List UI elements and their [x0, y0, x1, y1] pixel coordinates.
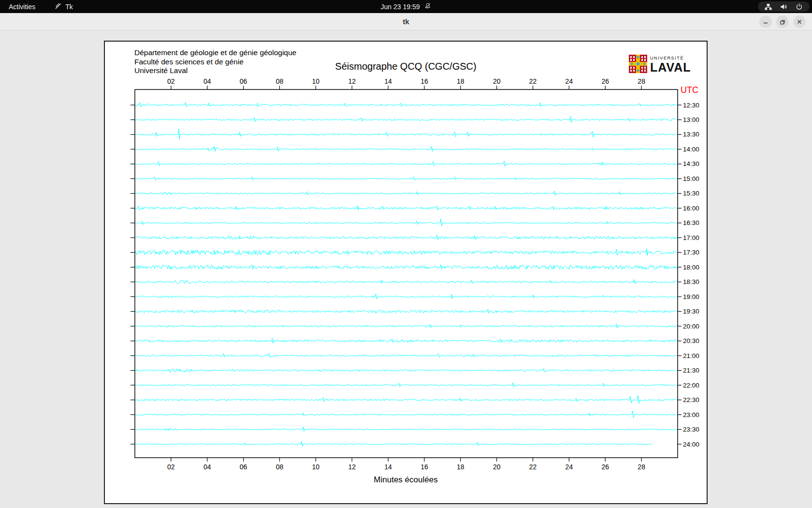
gnome-topbar: Activities Tk Jun 23 19:59 [0, 0, 812, 13]
window-title: tk [0, 13, 812, 30]
trace-row [135, 441, 652, 447]
laval-shield-icon [629, 55, 647, 75]
power-icon [796, 3, 803, 10]
x-tick-label-top: 08 [276, 77, 284, 85]
x-tick-label-top: 10 [312, 77, 320, 85]
time-label: 17:00 [683, 234, 699, 241]
window-content: 0202040406060808101012121414161618182020… [0, 30, 812, 508]
volume-icon [780, 3, 787, 10]
x-tick-label-top: 12 [348, 77, 356, 85]
time-label: 13:30 [683, 131, 699, 138]
x-tick-label-bottom: 10 [312, 463, 320, 471]
time-label: 17:30 [683, 249, 699, 256]
tk-app-icon [55, 2, 62, 11]
x-tick-label-top: 06 [240, 77, 247, 85]
trace-row [135, 383, 677, 387]
time-label: 22:30 [683, 396, 699, 403]
x-tick-label-bottom: 26 [601, 463, 609, 471]
time-label: 18:30 [683, 278, 699, 285]
x-tick-label-top: 22 [529, 77, 537, 85]
activities-button[interactable]: Activities [0, 0, 44, 13]
x-tick-label-top: 14 [384, 77, 392, 85]
trace-row [135, 427, 677, 432]
time-label: 20:30 [683, 337, 699, 344]
universite-laval-logo: UNIVERSITÉ LAVAL [629, 55, 691, 75]
x-tick-label-bottom: 22 [529, 463, 537, 471]
time-label: 15:00 [683, 175, 699, 182]
trace-row [135, 161, 677, 166]
logo-wordmark-universite: UNIVERSITÉ [650, 56, 691, 60]
notifications-muted-icon [424, 2, 431, 11]
trace-row [135, 235, 677, 240]
trace-row [135, 324, 677, 328]
time-label: 22:00 [683, 382, 699, 389]
x-tick-label-bottom: 04 [203, 463, 211, 471]
desktop: Activities Tk Jun 23 19:59 [0, 0, 812, 508]
x-tick-label-top: 20 [493, 77, 501, 85]
time-label: 21:30 [683, 367, 699, 374]
x-tick-label-bottom: 02 [167, 463, 175, 471]
x-tick-label-top: 16 [420, 77, 428, 85]
x-tick-label-bottom: 14 [384, 463, 392, 471]
trace-row [135, 338, 677, 344]
x-tick-label-top: 24 [566, 77, 573, 85]
trace-row [135, 219, 677, 226]
trace-row [135, 146, 677, 151]
x-tick-label-top: 04 [203, 77, 211, 85]
x-axis-title: Minutes écoulées [134, 475, 678, 485]
focused-app-indicator[interactable]: Tk [55, 0, 73, 13]
time-label: 23:30 [683, 426, 699, 433]
trace-row [135, 206, 677, 210]
time-label: 12:30 [683, 102, 699, 109]
trace-row [135, 280, 677, 284]
trace-row [135, 103, 677, 107]
trace-row [135, 249, 677, 255]
focused-app-label: Tk [65, 3, 73, 11]
time-label: 21:00 [683, 352, 699, 359]
trace-row [135, 353, 677, 358]
plot-frame [135, 90, 678, 458]
x-tick-label-bottom: 20 [493, 463, 501, 471]
time-label: 19:00 [683, 293, 699, 300]
clock-label: Jun 23 19:59 [381, 3, 420, 11]
plot-title: Séismographe QCQ (CGC/GSC) [134, 61, 678, 72]
trace-row [135, 369, 677, 373]
utc-axis-label: UTC [681, 85, 698, 95]
clock-menu[interactable]: Jun 23 19:59 [381, 0, 432, 13]
trace-row [135, 309, 677, 314]
trace-row [135, 411, 677, 418]
x-tick-label-top: 26 [601, 77, 609, 85]
trace-row [135, 396, 677, 403]
window-titlebar[interactable]: tk [0, 13, 812, 30]
x-tick-label-bottom: 28 [638, 463, 645, 471]
x-tick-label-top: 18 [457, 77, 464, 85]
x-tick-label-top: 02 [167, 77, 175, 85]
x-tick-label-bottom: 12 [348, 463, 356, 471]
network-icon [765, 3, 772, 10]
time-label: 13:00 [683, 116, 699, 123]
time-label: 24:00 [683, 441, 699, 448]
x-tick-label-bottom: 18 [457, 463, 464, 471]
time-label: 15:30 [683, 190, 699, 197]
time-label: 14:30 [683, 160, 699, 167]
trace-row [135, 265, 677, 269]
trace-row [135, 191, 677, 195]
time-label: 14:00 [683, 146, 699, 153]
minimize-button[interactable] [759, 15, 772, 28]
trace-row [135, 117, 677, 123]
time-label: 23:00 [683, 411, 699, 418]
x-tick-label-top: 28 [638, 77, 645, 85]
trace-row [135, 294, 677, 299]
close-button[interactable] [793, 15, 806, 28]
x-tick-label-bottom: 06 [240, 463, 247, 471]
time-label: 19:30 [683, 308, 699, 315]
time-label: 20:00 [683, 323, 699, 330]
seismograph-canvas: 0202040406060808101012121414161618182020… [104, 41, 708, 504]
x-tick-label-bottom: 16 [420, 463, 428, 471]
x-tick-label-bottom: 24 [566, 463, 573, 471]
trace-row [135, 129, 677, 139]
maximize-button[interactable] [776, 15, 789, 28]
x-tick-label-bottom: 08 [276, 463, 284, 471]
system-status-area[interactable] [758, 1, 810, 12]
time-label: 16:00 [683, 205, 699, 212]
